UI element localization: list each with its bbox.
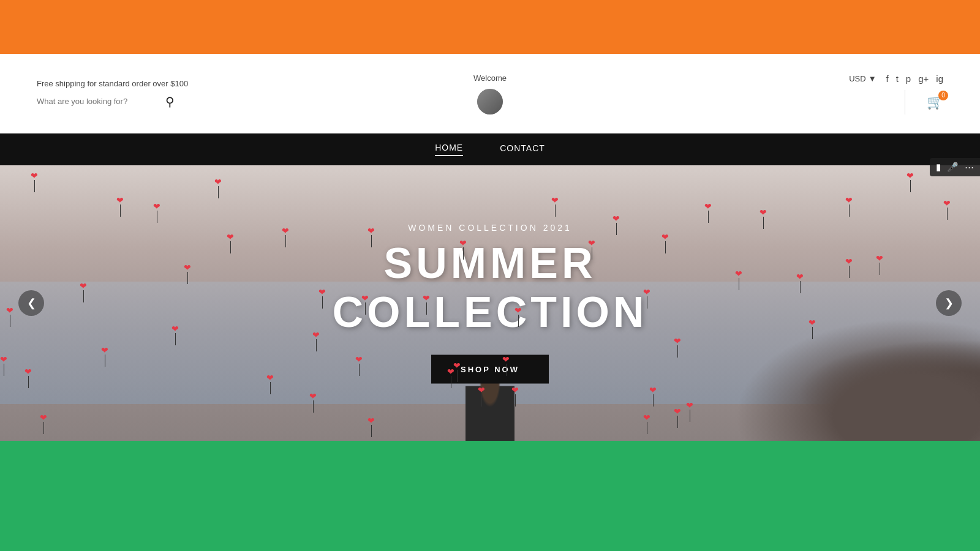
header: Free shipping for standard order over $1…	[0, 54, 980, 133]
welcome-text: Welcome	[473, 73, 507, 83]
header-left: Free shipping for standard order over $1…	[37, 79, 339, 109]
currency-selector[interactable]: USD ▼	[849, 74, 876, 83]
facebook-icon[interactable]: f	[886, 73, 889, 84]
hero-content: WOMEN COLLECTION 2021 SUMMER COLLECTION …	[245, 223, 735, 384]
hero-title: SUMMER COLLECTION	[245, 239, 735, 337]
pinterest-icon[interactable]: p	[906, 73, 911, 84]
cart-area: 🛒 0	[895, 90, 943, 114]
nav-contact[interactable]: CONTACT	[500, 143, 545, 156]
header-center: Welcome	[339, 73, 641, 114]
avatar[interactable]	[477, 89, 503, 114]
chevron-right-icon: ❯	[944, 296, 954, 310]
header-divider	[905, 90, 905, 114]
top-orange-bar	[0, 0, 980, 54]
currency-chevron-icon: ▼	[869, 74, 876, 83]
chevron-left-icon: ❮	[27, 296, 36, 310]
cursor-icon[interactable]: ▮	[936, 162, 941, 173]
currency-label: USD	[849, 74, 865, 83]
floating-toolbar: ▮ 🎤 ⋯	[930, 158, 980, 176]
hero-rocks	[735, 318, 980, 441]
header-right: USD ▼ f t p g+ ig 🛒 0	[641, 73, 943, 114]
hero-section: ❮ WOMEN COLLECTION 2021 SUMMER COLLECTIO…	[0, 165, 980, 441]
cart-badge: 0	[938, 91, 948, 100]
search-input[interactable]	[37, 97, 159, 106]
carousel-next-button[interactable]: ❯	[936, 290, 962, 316]
shop-now-button[interactable]: SHOP NOW	[431, 355, 549, 384]
search-icon[interactable]: ⚲	[165, 94, 175, 109]
instagram-icon[interactable]: ig	[936, 73, 943, 84]
google-plus-icon[interactable]: g+	[918, 73, 929, 84]
navbar: HOME CONTACT	[0, 133, 980, 165]
search-bar: ⚲	[37, 94, 339, 109]
carousel-prev-button[interactable]: ❮	[18, 290, 44, 316]
nav-home[interactable]: HOME	[435, 143, 463, 156]
bottom-green-bar	[0, 441, 980, 551]
twitter-icon[interactable]: t	[896, 73, 899, 84]
cart-button[interactable]: 🛒 0	[927, 94, 943, 110]
mic-icon[interactable]: 🎤	[947, 162, 959, 173]
shipping-text: Free shipping for standard order over $1…	[37, 79, 339, 88]
social-icons: f t p g+ ig	[886, 73, 943, 84]
more-icon[interactable]: ⋯	[965, 162, 974, 173]
hero-subtitle: WOMEN COLLECTION 2021	[245, 223, 735, 233]
avatar-image	[477, 89, 503, 114]
